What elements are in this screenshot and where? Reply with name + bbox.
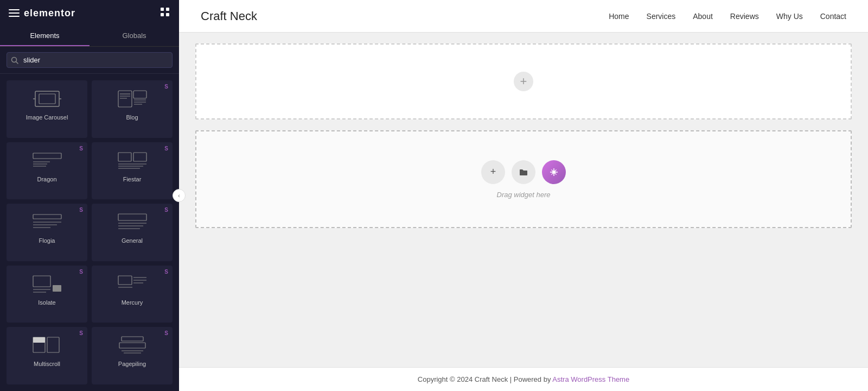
widget-icon-pagepiling — [115, 333, 150, 357]
widget-fiestar[interactable]: S Fiestar — [92, 142, 173, 200]
drop-zone-buttons: + — [481, 160, 566, 184]
nav-contact[interactable]: Contact — [820, 12, 846, 21]
widget-label: General — [122, 237, 143, 244]
sidebar-header: elementor — [0, 0, 179, 26]
grid-icon[interactable] — [159, 7, 170, 20]
nav-reviews[interactable]: Reviews — [730, 12, 759, 21]
collapse-sidebar-handle[interactable]: ‹ — [173, 189, 186, 202]
pro-badge: S — [164, 84, 168, 90]
sidebar: elementor Elements Globals — [0, 0, 179, 391]
svg-line-58 — [555, 169, 557, 171]
svg-rect-22 — [118, 153, 131, 161]
sidebar-header-left: elementor — [9, 8, 75, 19]
svg-rect-38 — [53, 285, 61, 292]
widget-dragon[interactable]: S Dragon — [7, 142, 87, 200]
add-widget-button[interactable]: + — [481, 160, 505, 184]
pro-badge: S — [79, 269, 83, 275]
widget-label: Fiestar — [123, 176, 142, 182]
nav-services[interactable]: Services — [647, 12, 676, 21]
sidebar-search — [0, 47, 179, 74]
tab-elements[interactable]: Elements — [0, 26, 90, 46]
widget-icon-blog — [115, 87, 150, 111]
svg-rect-48 — [119, 343, 145, 348]
pro-badge: S — [79, 146, 83, 152]
svg-rect-23 — [133, 153, 146, 161]
svg-line-59 — [551, 173, 553, 174]
widget-blog[interactable]: S Blog — [92, 80, 173, 138]
svg-rect-39 — [118, 276, 132, 285]
drop-zone-section: + — [195, 130, 852, 228]
nav-about[interactable]: About — [693, 12, 713, 21]
hamburger-icon[interactable] — [9, 9, 20, 17]
pro-badge: S — [164, 146, 168, 152]
add-template-button[interactable] — [512, 160, 535, 184]
svg-rect-45 — [33, 337, 45, 343]
widget-label: Pagepiling — [118, 361, 146, 367]
svg-rect-3 — [166, 13, 169, 16]
add-section-button[interactable]: + — [514, 72, 533, 91]
widget-flogia[interactable]: S Flogia — [7, 204, 87, 261]
svg-rect-27 — [33, 215, 61, 219]
svg-rect-47 — [122, 337, 143, 341]
svg-rect-14 — [133, 91, 146, 98]
tab-globals[interactable]: Globals — [90, 26, 179, 46]
nav-links: Home Services About Reviews Why Us Conta… — [609, 12, 846, 21]
widget-mercury[interactable]: S Mercury — [92, 266, 173, 323]
widget-label: Image Carousel — [26, 114, 68, 121]
elementor-logo: elementor — [24, 8, 75, 19]
pro-badge: S — [164, 269, 168, 275]
svg-rect-1 — [166, 8, 169, 11]
footer-link[interactable]: Astra WordPress Theme — [552, 375, 629, 383]
svg-rect-35 — [33, 276, 50, 287]
svg-line-5 — [16, 61, 18, 64]
widget-icon-fiestar — [115, 149, 150, 173]
widget-icon-image-carousel — [30, 87, 65, 111]
widget-label: Isolate — [38, 299, 55, 306]
widget-grid: Image Carousel S Blog S — [0, 74, 179, 391]
widget-label: Flogia — [39, 237, 55, 244]
footer-text: Copyright © 2024 Craft Neck | Powered by — [418, 375, 553, 383]
pro-badge: S — [79, 207, 83, 213]
widget-image-carousel[interactable]: Image Carousel — [7, 80, 87, 138]
widget-icon-multiscroll — [30, 333, 65, 357]
widget-icon-mercury — [115, 272, 150, 296]
svg-rect-18 — [33, 153, 61, 159]
svg-rect-0 — [161, 8, 164, 11]
widget-label: Mercury — [122, 299, 143, 306]
widget-pagepiling[interactable]: S Pagepiling — [92, 327, 173, 384]
ai-widget-button[interactable] — [542, 160, 566, 184]
svg-rect-7 — [39, 94, 55, 104]
widget-multiscroll[interactable]: S Multiscroll — [7, 327, 87, 384]
search-icon — [11, 56, 18, 64]
top-nav: Craft Neck Home Services About Reviews W… — [179, 0, 868, 33]
widget-icon-flogia — [30, 210, 65, 234]
widget-icon-dragon — [30, 149, 65, 173]
drop-zone-text: Drag widget here — [497, 191, 551, 199]
section-placeholder-1[interactable]: + — [195, 43, 852, 119]
pro-badge: S — [164, 207, 168, 213]
canvas: + + — [179, 33, 868, 367]
widget-label: Blog — [126, 114, 138, 121]
footer: Copyright © 2024 Craft Neck | Powered by… — [179, 367, 868, 391]
svg-rect-46 — [47, 337, 59, 352]
site-title: Craft Neck — [201, 9, 257, 23]
search-input[interactable] — [7, 52, 173, 68]
svg-rect-2 — [161, 13, 164, 16]
pro-badge: S — [79, 330, 83, 336]
main-content: Craft Neck Home Services About Reviews W… — [179, 0, 868, 391]
widget-label: Multiscroll — [34, 361, 60, 367]
widget-icon-general — [115, 210, 150, 234]
svg-line-56 — [551, 169, 553, 171]
svg-line-57 — [555, 173, 557, 174]
widget-icon-isolate — [30, 272, 65, 296]
widget-isolate[interactable]: S Isolate — [7, 266, 87, 323]
sidebar-tabs: Elements Globals — [0, 26, 179, 47]
svg-rect-31 — [118, 214, 146, 220]
nav-why-us[interactable]: Why Us — [776, 12, 803, 21]
widget-label: Dragon — [37, 176, 56, 182]
svg-rect-10 — [118, 91, 132, 107]
nav-home[interactable]: Home — [609, 12, 629, 21]
pro-badge: S — [164, 330, 168, 336]
widget-general[interactable]: S General — [92, 204, 173, 261]
